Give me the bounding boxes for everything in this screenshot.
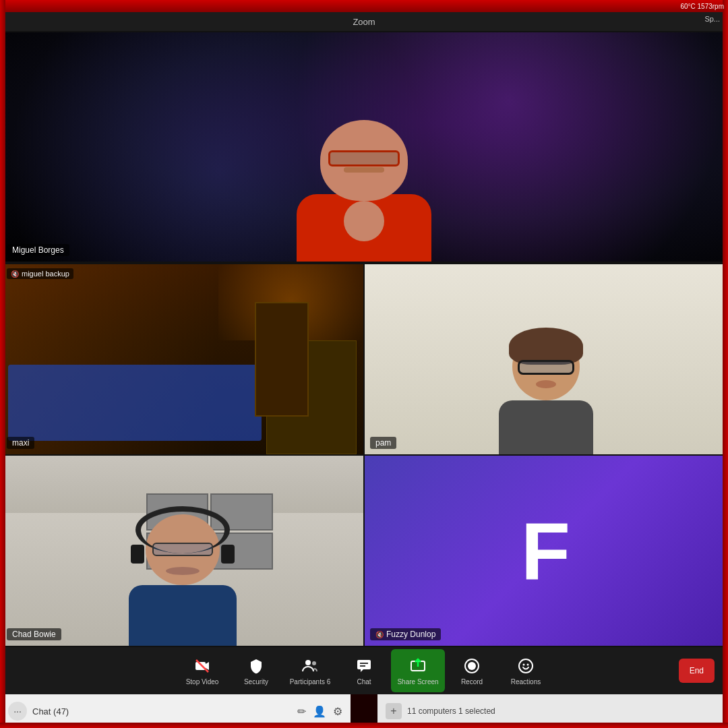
pam-head (512, 333, 580, 400)
chat-bar-icons: ✏ 👤 ⚙ (297, 705, 342, 718)
pam-body (499, 400, 593, 454)
pam-glasses (518, 360, 574, 375)
camera-icon (193, 657, 212, 675)
share-screen-label: Share Screen (397, 678, 438, 686)
title-bar: Zoom Sp... (0, 12, 728, 31)
chat-icon (355, 657, 373, 675)
video-grid: Miguel Borges 🔇 miguel backup (0, 31, 728, 647)
video-cell-pam[interactable]: pam (365, 264, 727, 454)
reactions-icon (516, 657, 535, 675)
app-title: Zoom (353, 17, 375, 27)
chat-button[interactable]: Chat (337, 649, 391, 692)
right-frame (723, 0, 728, 728)
computer-panel-count: 11 computers 1 selected (407, 706, 495, 716)
bottom-frame (0, 723, 728, 728)
pam-label: pam (370, 437, 396, 449)
pam-video-bg (365, 264, 727, 454)
record-label: Record (461, 678, 483, 686)
chat-label: Chat (357, 678, 371, 686)
svg-point-3 (305, 660, 311, 665)
record-icon (462, 657, 481, 675)
fuzzy-video-bg: F (365, 456, 727, 646)
svg-point-13 (523, 663, 525, 665)
chad-body (129, 585, 237, 646)
chad-video-bg (1, 456, 363, 646)
end-button[interactable]: End (679, 659, 715, 683)
maxi-label: maxi (7, 437, 34, 449)
svg-point-14 (527, 663, 529, 665)
security-button[interactable]: Security (229, 649, 283, 692)
top-frame (0, 0, 728, 12)
miguel-backup-label: 🔇 miguel backup (7, 268, 73, 279)
chat-bar-dots-button[interactable]: ··· (8, 702, 27, 721)
video-cell-maxi[interactable]: 🔇 miguel backup maxi (1, 264, 363, 454)
end-label: End (690, 666, 704, 675)
stop-video-label: Stop Video (186, 678, 219, 686)
miguel-borges-label: Miguel Borges (7, 244, 69, 256)
security-icon (247, 657, 266, 675)
security-label: Security (244, 678, 268, 686)
svg-marker-6 (361, 669, 363, 672)
chad-bowie-label: Chad Bowie (7, 628, 61, 640)
menu-bar-temp: 60°C 1573rpm (680, 3, 724, 10)
computer-panel-plus-button[interactable]: + (386, 703, 402, 719)
chad-head (146, 514, 220, 585)
left-frame (0, 0, 5, 728)
chad-earcup-right (221, 545, 235, 564)
toolbar: Stop Video Security Participants 6 (0, 647, 728, 694)
video-cell-chad-bowie[interactable]: Chad Bowie (1, 456, 363, 646)
share-screen-button[interactable]: Share Screen (391, 649, 445, 692)
share-screen-icon (408, 657, 427, 675)
chad-person (129, 514, 237, 646)
chad-earcup-left (131, 545, 144, 564)
video-cell-miguel-borges[interactable]: Miguel Borges (1, 32, 727, 262)
miguel-borges-video-bg (1, 32, 727, 262)
svg-rect-5 (357, 660, 371, 669)
chat-edit-icon[interactable]: ✏ (297, 705, 306, 718)
zoom-content: Miguel Borges 🔇 miguel backup (0, 31, 728, 647)
chad-glasses (152, 543, 213, 556)
reactions-button[interactable]: Reactions (499, 649, 553, 692)
chat-gear-icon[interactable]: ⚙ (333, 705, 342, 718)
pam-hair (509, 328, 583, 365)
pam-person (499, 333, 593, 454)
fuzzy-avatar-letter: F (521, 504, 570, 597)
record-button[interactable]: Record (445, 649, 499, 692)
svg-point-12 (519, 659, 533, 673)
chat-add-person-icon[interactable]: 👤 (313, 705, 326, 718)
speaker-label: Sp... (704, 15, 720, 23)
participants-button[interactable]: Participants 6 (283, 649, 337, 692)
bed-shape (8, 365, 262, 441)
svg-point-4 (312, 661, 316, 665)
participants-icon (301, 657, 320, 675)
reactions-label: Reactions (511, 678, 541, 686)
menu-bar: 60°C 1573rpm (680, 0, 728, 12)
maxi-video-bg (1, 264, 363, 454)
stop-video-button[interactable]: Stop Video (175, 649, 229, 692)
chat-bar-label: Chat (47) (32, 706, 292, 717)
video-cell-fuzzy-dunlop[interactable]: F 🔇 Fuzzy Dunlop (365, 456, 727, 646)
fuzzy-dunlop-label: 🔇 Fuzzy Dunlop (370, 628, 441, 640)
svg-point-10 (468, 662, 476, 670)
participants-label: Participants 6 (290, 678, 331, 686)
